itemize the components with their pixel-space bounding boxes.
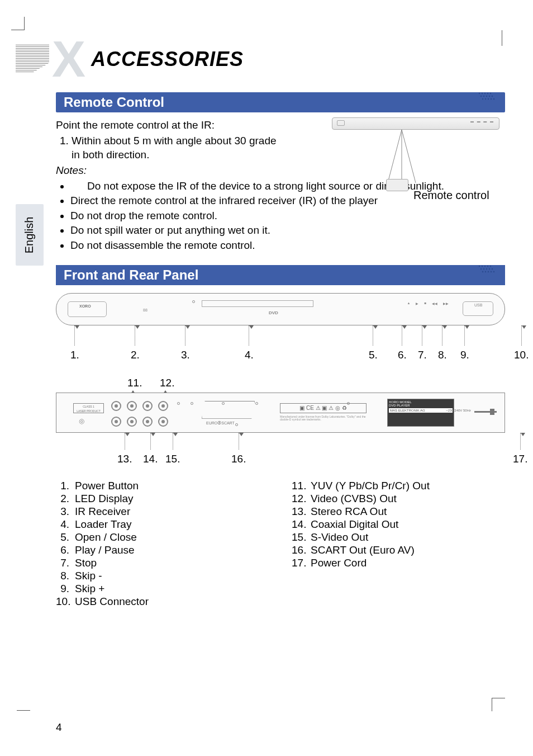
ir-range-item: Within about 5 m with angle about 30 gra…: [72, 134, 284, 162]
fp-power-button: [68, 301, 107, 317]
svg-point-13: [491, 98, 492, 100]
legend-num: 1.: [56, 480, 75, 492]
legend-text: Power Button: [75, 480, 139, 492]
legend-num: 12.: [292, 493, 311, 505]
svg-point-24: [483, 268, 484, 270]
callout-num: 5.: [369, 349, 378, 361]
section-heading-remote: Remote Control: [56, 92, 505, 112]
legend-num: 13.: [292, 505, 311, 518]
brand-x-icon: X: [52, 39, 85, 79]
remote-figure-label: Remote control: [413, 189, 489, 202]
legend-num: 9.: [56, 583, 75, 595]
svg-point-11: [485, 98, 486, 100]
power-cord: [474, 409, 497, 415]
legend-text: Stop: [75, 557, 97, 569]
rca-jack: [158, 417, 168, 427]
legend-num: 8.: [56, 570, 75, 582]
callout-num: 16.: [231, 453, 246, 465]
language-tab: English: [16, 204, 44, 266]
svg-point-6: [483, 96, 484, 97]
svg-point-19: [482, 266, 483, 267]
svg-point-12: [488, 98, 489, 100]
rca-jack: [111, 417, 121, 427]
callout-num: 10.: [514, 349, 529, 361]
svg-point-20: [484, 266, 486, 267]
svg-point-9: [492, 96, 493, 97]
callout-num: 6.: [398, 349, 407, 361]
legend-text: SCART Out (Euro AV): [311, 544, 415, 556]
rear-panel-diagram: 11. 12. CLASS 1LASER PRODUCT ◎ EURO⦿SCAR…: [56, 393, 505, 433]
section-heading-text: Front and Rear Panel: [64, 267, 198, 282]
svg-point-0: [479, 93, 480, 94]
rca-jack: [142, 401, 153, 411]
certification-icon: ◎: [79, 417, 84, 425]
page-number: 4: [56, 721, 62, 734]
legend-num: 16.: [292, 544, 311, 556]
panel-legend: 1.Power Button 2.LED Display 3.IR Receiv…: [56, 480, 505, 608]
svg-point-18: [479, 266, 480, 267]
remote-illustration: [386, 179, 408, 191]
screw-hole: [255, 402, 258, 405]
svg-point-30: [488, 271, 489, 272]
svg-point-29: [485, 271, 486, 272]
legend-num: 2.: [56, 493, 75, 505]
svg-point-3: [487, 93, 488, 94]
svg-point-25: [486, 268, 487, 270]
note-item: Do not spill water or put anything wet o…: [70, 223, 505, 238]
rca-jack: [127, 401, 137, 411]
fp-loader-tray: [202, 300, 313, 307]
legend-text: Coaxial Digital Out: [311, 518, 398, 531]
scart-label: EURO⦿SCART: [206, 421, 235, 425]
legend-text: IR Receiver: [75, 505, 130, 518]
screw-hole: [191, 402, 193, 405]
legend-text: Skip -: [75, 570, 102, 582]
note-item: Do not disassemble the remote control.: [70, 238, 505, 253]
callout-num: 15.: [165, 453, 180, 465]
page-title: ACCESSORIES: [91, 48, 244, 71]
language-label: English: [23, 216, 36, 253]
legend-text: Open / Close: [75, 531, 137, 544]
scart-port: [202, 401, 255, 419]
callout-num: 1.: [70, 349, 79, 361]
remote-ir-figure: ▬ ▬ ▬ ▬ Remote control: [332, 117, 505, 207]
svg-point-1: [482, 93, 483, 94]
screw-hole: [177, 402, 180, 405]
legend-text: S-Video Out: [311, 531, 368, 544]
callout-num: 13.: [117, 453, 132, 465]
front-panel-diagram: 88 DVD ▲▶■◀◀▶▶ 1. 2. 3. 4. 5. 6. 7. 8. 9…: [56, 293, 505, 370]
svg-point-8: [489, 96, 490, 97]
svg-point-4: [490, 93, 491, 94]
legend-text: Stereo RCA Out: [311, 505, 387, 518]
corner-decoration: [16, 39, 55, 75]
legend-num: 6.: [56, 544, 75, 556]
svg-point-32: [493, 271, 494, 272]
callout-num: 12.: [160, 377, 174, 389]
fp-led-display: 88: [143, 308, 147, 312]
dvd-logo: DVD: [269, 310, 278, 315]
rca-jack: [142, 417, 153, 427]
voltage-label: ~230/240V 50Hz: [446, 409, 471, 412]
callout-num: 9.: [460, 349, 469, 361]
section-heading-panels: Front and Rear Panel: [56, 265, 505, 285]
legend-num: 17.: [292, 557, 311, 569]
callout-num: 11.: [127, 377, 142, 389]
legend-num: 11.: [292, 480, 311, 492]
legend-text: YUV (Y Pb/Cb Pr/Cr) Out: [311, 480, 430, 492]
svg-point-28: [482, 271, 483, 272]
svg-line-15: [388, 130, 402, 183]
svg-point-5: [480, 96, 482, 97]
screw-hole: [235, 423, 238, 426]
legend-text: LED Display: [75, 493, 134, 505]
crop-mark: [17, 710, 30, 711]
callout-num: 7.: [418, 349, 427, 361]
svg-point-21: [487, 266, 488, 267]
legend-text: Play / Pause: [75, 544, 135, 556]
screw-hole: [222, 402, 225, 405]
rca-jack: [127, 417, 137, 427]
svg-point-10: [482, 98, 483, 100]
legend-num: 3.: [56, 505, 75, 518]
laser-product-label: CLASS 1LASER PRODUCT: [73, 403, 104, 413]
fp-ir-receiver: [192, 300, 195, 303]
model-info-block: XORO MODELDVD PLAYER MAS ELEKTRONIK AG: [387, 399, 454, 427]
bar-dots-icon: [477, 90, 499, 101]
